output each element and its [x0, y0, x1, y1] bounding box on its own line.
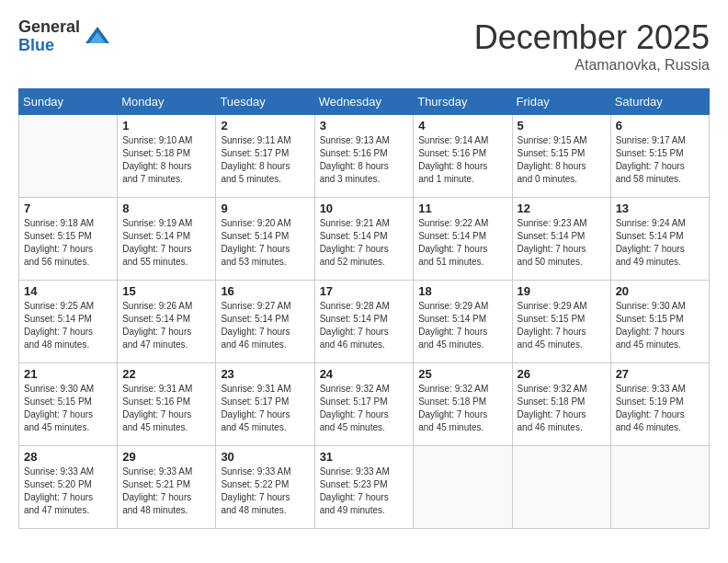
day-number: 10 [320, 201, 409, 215]
day-number: 5 [518, 119, 606, 132]
calendar-cell: 26Sunrise: 9:32 AMSunset: 5:18 PMDayligh… [512, 363, 610, 446]
calendar-week-row: 21Sunrise: 9:30 AMSunset: 5:15 PMDayligh… [19, 363, 710, 446]
calendar-cell: 1Sunrise: 9:10 AMSunset: 5:18 PMDaylight… [118, 115, 216, 198]
calendar-cell: 7Sunrise: 9:18 AMSunset: 5:15 PMDaylight… [19, 198, 118, 281]
day-number: 19 [518, 284, 606, 298]
day-info: Sunrise: 9:23 AMSunset: 5:14 PMDaylight:… [518, 217, 606, 269]
day-info: Sunrise: 9:29 AMSunset: 5:15 PMDaylight:… [518, 300, 606, 351]
calendar-cell: 22Sunrise: 9:31 AMSunset: 5:16 PMDayligh… [118, 363, 216, 446]
day-info: Sunrise: 9:29 AMSunset: 5:14 PMDaylight:… [418, 300, 506, 351]
calendar-header-row: SundayMondayTuesdayWednesdayThursdayFrid… [19, 89, 710, 115]
calendar-cell: 24Sunrise: 9:32 AMSunset: 5:17 PMDayligh… [314, 363, 414, 446]
calendar-cell: 30Sunrise: 9:33 AMSunset: 5:22 PMDayligh… [216, 446, 314, 529]
calendar-cell [512, 446, 610, 529]
day-info: Sunrise: 9:31 AMSunset: 5:17 PMDaylight:… [221, 383, 309, 434]
day-number: 1 [122, 119, 210, 132]
calendar-cell: 27Sunrise: 9:33 AMSunset: 5:19 PMDayligh… [610, 363, 709, 446]
day-number: 3 [320, 119, 409, 132]
day-number: 12 [518, 201, 606, 215]
logo-icon [84, 23, 111, 51]
calendar-week-row: 1Sunrise: 9:10 AMSunset: 5:18 PMDaylight… [19, 115, 710, 198]
day-number: 4 [418, 119, 506, 132]
day-number: 25 [418, 367, 506, 381]
day-number: 7 [24, 201, 112, 215]
page-header: General Blue December 2025 Atamanovka, R… [18, 18, 710, 74]
calendar-cell: 21Sunrise: 9:30 AMSunset: 5:15 PMDayligh… [19, 363, 118, 446]
day-info: Sunrise: 9:32 AMSunset: 5:17 PMDaylight:… [320, 383, 409, 434]
calendar-week-row: 14Sunrise: 9:25 AMSunset: 5:14 PMDayligh… [19, 281, 710, 363]
calendar-header-wednesday: Wednesday [314, 89, 414, 115]
calendar-cell: 31Sunrise: 9:33 AMSunset: 5:23 PMDayligh… [314, 446, 414, 529]
calendar-week-row: 28Sunrise: 9:33 AMSunset: 5:20 PMDayligh… [19, 446, 710, 529]
day-info: Sunrise: 9:20 AMSunset: 5:14 PMDaylight:… [221, 217, 309, 269]
day-info: Sunrise: 9:33 AMSunset: 5:22 PMDaylight:… [221, 465, 309, 517]
day-info: Sunrise: 9:33 AMSunset: 5:21 PMDaylight:… [122, 465, 210, 517]
day-info: Sunrise: 9:31 AMSunset: 5:16 PMDaylight:… [122, 383, 210, 434]
title-block: December 2025 Atamanovka, Russia [474, 18, 710, 74]
day-info: Sunrise: 9:19 AMSunset: 5:14 PMDaylight:… [122, 217, 210, 269]
day-info: Sunrise: 9:26 AMSunset: 5:14 PMDaylight:… [122, 300, 210, 351]
day-info: Sunrise: 9:13 AMSunset: 5:16 PMDaylight:… [320, 134, 409, 186]
day-number: 24 [320, 367, 409, 381]
calendar-cell: 13Sunrise: 9:24 AMSunset: 5:14 PMDayligh… [610, 198, 709, 281]
logo-general: General [18, 18, 80, 37]
calendar-cell: 17Sunrise: 9:28 AMSunset: 5:14 PMDayligh… [314, 281, 414, 363]
calendar-table: SundayMondayTuesdayWednesdayThursdayFrid… [18, 88, 710, 529]
month-title: December 2025 [474, 18, 710, 57]
day-number: 23 [221, 367, 309, 381]
day-info: Sunrise: 9:33 AMSunset: 5:19 PMDaylight:… [616, 383, 704, 434]
day-info: Sunrise: 9:33 AMSunset: 5:23 PMDaylight:… [320, 465, 409, 517]
day-info: Sunrise: 9:21 AMSunset: 5:14 PMDaylight:… [320, 217, 409, 269]
calendar-header-saturday: Saturday [610, 89, 709, 115]
day-number: 20 [616, 284, 704, 298]
calendar-header-monday: Monday [118, 89, 216, 115]
day-number: 30 [221, 450, 309, 464]
day-info: Sunrise: 9:22 AMSunset: 5:14 PMDaylight:… [418, 217, 506, 269]
calendar-cell [610, 446, 709, 529]
location: Atamanovka, Russia [474, 57, 710, 74]
calendar-cell: 8Sunrise: 9:19 AMSunset: 5:14 PMDaylight… [118, 198, 216, 281]
day-number: 28 [24, 450, 112, 464]
calendar-cell: 28Sunrise: 9:33 AMSunset: 5:20 PMDayligh… [19, 446, 118, 529]
day-number: 6 [616, 119, 704, 132]
logo-blue: Blue [18, 37, 80, 55]
day-info: Sunrise: 9:14 AMSunset: 5:16 PMDaylight:… [418, 134, 506, 186]
calendar-cell: 2Sunrise: 9:11 AMSunset: 5:17 PMDaylight… [216, 115, 314, 198]
day-number: 14 [24, 284, 112, 298]
day-info: Sunrise: 9:15 AMSunset: 5:15 PMDaylight:… [518, 134, 606, 186]
day-number: 9 [221, 201, 309, 215]
day-number: 27 [616, 367, 704, 381]
day-info: Sunrise: 9:18 AMSunset: 5:15 PMDaylight:… [24, 217, 112, 269]
logo: General Blue [18, 18, 111, 55]
day-number: 11 [418, 201, 506, 215]
calendar-cell: 15Sunrise: 9:26 AMSunset: 5:14 PMDayligh… [118, 281, 216, 363]
calendar-cell: 29Sunrise: 9:33 AMSunset: 5:21 PMDayligh… [118, 446, 216, 529]
day-number: 21 [24, 367, 112, 381]
calendar-cell: 12Sunrise: 9:23 AMSunset: 5:14 PMDayligh… [512, 198, 610, 281]
calendar-cell: 6Sunrise: 9:17 AMSunset: 5:15 PMDaylight… [610, 115, 709, 198]
day-info: Sunrise: 9:30 AMSunset: 5:15 PMDaylight:… [24, 383, 112, 434]
calendar-cell: 4Sunrise: 9:14 AMSunset: 5:16 PMDaylight… [414, 115, 512, 198]
day-number: 31 [320, 450, 409, 464]
day-info: Sunrise: 9:32 AMSunset: 5:18 PMDaylight:… [418, 383, 506, 434]
day-number: 26 [518, 367, 606, 381]
calendar-header-tuesday: Tuesday [216, 89, 314, 115]
day-number: 15 [122, 284, 210, 298]
calendar-cell: 5Sunrise: 9:15 AMSunset: 5:15 PMDaylight… [512, 115, 610, 198]
day-number: 2 [221, 119, 309, 132]
day-number: 29 [122, 450, 210, 464]
calendar-header-sunday: Sunday [19, 89, 118, 115]
calendar-header-thursday: Thursday [414, 89, 512, 115]
calendar-cell: 10Sunrise: 9:21 AMSunset: 5:14 PMDayligh… [314, 198, 414, 281]
day-info: Sunrise: 9:28 AMSunset: 5:14 PMDaylight:… [320, 300, 409, 351]
day-number: 22 [122, 367, 210, 381]
calendar-cell: 14Sunrise: 9:25 AMSunset: 5:14 PMDayligh… [19, 281, 118, 363]
day-info: Sunrise: 9:30 AMSunset: 5:15 PMDaylight:… [616, 300, 704, 351]
calendar-cell: 19Sunrise: 9:29 AMSunset: 5:15 PMDayligh… [512, 281, 610, 363]
day-number: 8 [122, 201, 210, 215]
calendar-cell: 11Sunrise: 9:22 AMSunset: 5:14 PMDayligh… [414, 198, 512, 281]
day-info: Sunrise: 9:24 AMSunset: 5:14 PMDaylight:… [616, 217, 704, 269]
calendar-header-friday: Friday [512, 89, 610, 115]
day-info: Sunrise: 9:17 AMSunset: 5:15 PMDaylight:… [616, 134, 704, 186]
calendar-cell: 9Sunrise: 9:20 AMSunset: 5:14 PMDaylight… [216, 198, 314, 281]
